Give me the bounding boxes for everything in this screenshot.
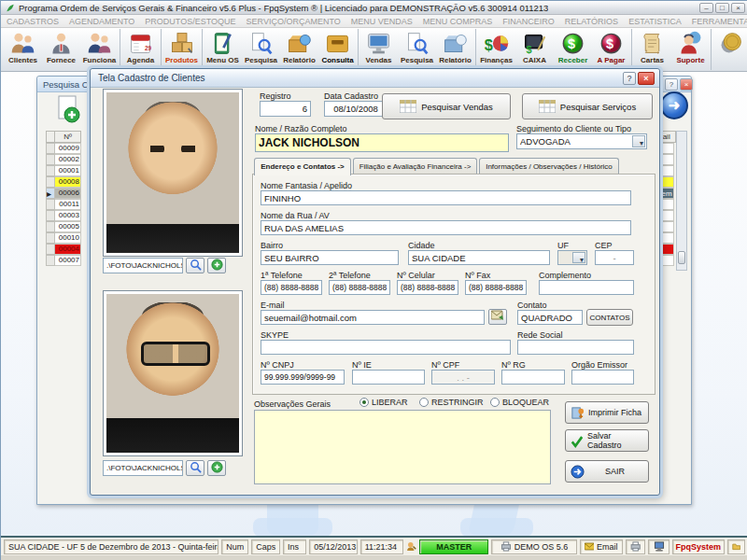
- menu-estatistica[interactable]: ESTATISTICA: [628, 17, 682, 26]
- pesquisar-vendas-button[interactable]: Pesquisar Vendas: [382, 93, 511, 119]
- ie-field[interactable]: [352, 370, 425, 385]
- toolbar-fornecedores[interactable]: Fornece: [42, 29, 80, 70]
- salvar-cadastro-button[interactable]: Salvar Cadastro: [565, 429, 649, 452]
- contatos-button[interactable]: CONTATOS: [586, 309, 633, 326]
- tab-filiacao-financeira[interactable]: Filiação e Avaliação Financeira ->: [353, 158, 477, 175]
- status-printer[interactable]: [626, 539, 645, 554]
- menu-agendamento[interactable]: AGENDAMENTO: [69, 17, 134, 26]
- photo2-zoom-button[interactable]: [186, 460, 204, 476]
- menu-menu-vendas[interactable]: MENU VENDAS: [351, 17, 413, 26]
- toolbar-a-pagar[interactable]: $ A Pagar: [592, 29, 630, 70]
- toolbar-clientes[interactable]: Clientes: [4, 29, 42, 70]
- pesquisar-servicos-button[interactable]: Pesquisar Serviços: [522, 93, 653, 119]
- nome-field[interactable]: JACK NICHOLSON: [255, 133, 509, 152]
- toolbar-cartas[interactable]: Cartas: [633, 29, 671, 70]
- toolbar-agenda[interactable]: 29 Agenda: [121, 29, 160, 70]
- menu-relatorios[interactable]: RELATÓRIOS: [565, 17, 618, 26]
- rede-social-field[interactable]: [517, 340, 634, 355]
- contato-field[interactable]: QUADRADO: [517, 310, 583, 325]
- uf-dropdown[interactable]: [557, 250, 587, 265]
- sair-button[interactable]: SAIR: [565, 460, 649, 483]
- pesquisa-help-button[interactable]: ?: [665, 78, 678, 91]
- bairro-field[interactable]: SEU BAIRRO: [261, 250, 399, 265]
- menu-produtos-estoque[interactable]: PRODUTOS/ESTOQUE: [145, 17, 235, 26]
- photo1-path-field[interactable]: .\FOTO\JACKNICHOLSON1..: [103, 258, 183, 273]
- menu-cadastros[interactable]: CADASTROS: [7, 17, 59, 26]
- grid-row[interactable]: 00001: [46, 165, 81, 176]
- fax-field[interactable]: (88) 8888-8888: [465, 280, 527, 295]
- toolbar-caixa[interactable]: $ CAIXA: [515, 29, 554, 70]
- dialog-close-button[interactable]: ×: [638, 72, 655, 85]
- cidade-field[interactable]: SUA CIDADE: [408, 250, 550, 265]
- pesquisa-close-button[interactable]: ×: [680, 78, 693, 91]
- scrollbar-thumb[interactable]: [678, 251, 685, 264]
- menu-financeiro[interactable]: FINANCEIRO: [502, 17, 555, 26]
- send-email-button[interactable]: [488, 309, 507, 325]
- grid-row[interactable]: 00009: [46, 143, 81, 154]
- grid-row[interactable]: 00010: [46, 232, 81, 244]
- dialog-titlebar[interactable]: Tela Cadastro de Clientes: [91, 69, 659, 88]
- fantasia-field[interactable]: FININHO: [261, 190, 631, 205]
- toolbar-consulta[interactable]: Consulta: [318, 29, 357, 70]
- tel1-field[interactable]: (88) 8888-8888: [261, 280, 322, 295]
- seguimento-dropdown[interactable]: ADVOGADA: [516, 133, 647, 149]
- menu-menu-compras[interactable]: MENU COMPRAS: [423, 17, 493, 26]
- cnpj-field[interactable]: 99.999.999/9999-99: [261, 370, 345, 385]
- cpf-field[interactable]: . . -: [431, 370, 495, 385]
- radio-bloquear[interactable]: BLOQUEAR: [490, 398, 549, 407]
- toolbar-menu-os[interactable]: Menu OS: [204, 29, 242, 70]
- toolbar-moedas[interactable]: [712, 29, 747, 70]
- close-button[interactable]: ×: [731, 3, 745, 13]
- grid-row-highlighted[interactable]: 00008: [46, 176, 81, 188]
- grid-row[interactable]: 00007: [46, 255, 81, 266]
- photo1-load-button[interactable]: [207, 258, 226, 273]
- toolbar-receber[interactable]: $ Receber: [554, 29, 592, 70]
- toolbar-suporte[interactable]: Suporte: [671, 29, 710, 70]
- data-cadastro-field[interactable]: 08/10/2008: [324, 101, 388, 117]
- tel2-field[interactable]: (88) 8888-8888: [329, 280, 390, 295]
- registro-field[interactable]: 6: [260, 101, 311, 117]
- email-field[interactable]: seuemail@hotmail.com: [261, 310, 485, 325]
- toolbar-financas[interactable]: $ Finanças: [477, 29, 515, 70]
- skype-field[interactable]: [261, 340, 511, 355]
- toolbar-pesquisa-os[interactable]: Pesquisa: [242, 29, 280, 70]
- status-monitor[interactable]: [648, 539, 669, 554]
- grid-row[interactable]: 00002: [46, 154, 81, 165]
- toolbar-relatorio-os[interactable]: Relatório: [280, 29, 318, 70]
- rua-field[interactable]: RUA DAS AMELIAS: [261, 220, 631, 235]
- photo2-load-button[interactable]: [207, 460, 226, 476]
- main-titlebar[interactable]: Programa Ordem de Serviços Gerais & Fina…: [1, 1, 747, 15]
- minimize-button[interactable]: –: [699, 3, 713, 13]
- maximize-button[interactable]: □: [715, 3, 729, 13]
- menu-servico-orcamento[interactable]: SERVIÇO/ORÇAMENTO: [247, 17, 341, 26]
- toolbar-produtos[interactable]: Produtos: [162, 29, 201, 70]
- go-search-button[interactable]: ➜: [660, 91, 688, 119]
- orgao-emissor-field[interactable]: [571, 370, 634, 385]
- grid-row[interactable]: 00011: [46, 199, 81, 210]
- add-record-icon[interactable]: [56, 95, 80, 123]
- grid-col-numero[interactable]: Nº: [55, 131, 81, 143]
- toolbar-pesquisa-vendas[interactable]: Pesquisa: [398, 29, 436, 70]
- photo1-zoom-button[interactable]: [186, 258, 204, 273]
- tab-informacoes-historico[interactable]: Informações / Observações / Histórico: [479, 158, 619, 175]
- status-email[interactable]: Email: [580, 539, 623, 554]
- grid-vertical-scrollbar[interactable]: [676, 131, 687, 271]
- tab-endereco-contatos[interactable]: Endereço e Contatos ->: [254, 158, 351, 175]
- grid-row-selected[interactable]: ▸00006: [46, 188, 81, 199]
- toolbar-funcionarios[interactable]: Funciona: [80, 29, 119, 70]
- radio-liberar[interactable]: LIBERAR: [359, 398, 408, 407]
- celular-field[interactable]: (88) 8888-8888: [397, 280, 458, 295]
- menu-ferramentas[interactable]: FERRAMENTAS: [692, 17, 747, 26]
- rg-field[interactable]: [501, 370, 565, 385]
- grid-row[interactable]: 00003: [46, 210, 81, 221]
- photo2-path-field[interactable]: .\FOTO\JACKNICHOLSON2..: [103, 460, 183, 476]
- cep-field[interactable]: -: [595, 250, 634, 265]
- imprimir-ficha-button[interactable]: Imprimir Ficha: [565, 401, 649, 424]
- grid-row[interactable]: 00005: [46, 221, 81, 232]
- dialog-help-button[interactable]: ?: [623, 72, 636, 85]
- status-folder[interactable]: [727, 539, 745, 554]
- complemento-field[interactable]: [539, 280, 634, 295]
- observacoes-textarea[interactable]: [254, 410, 551, 484]
- toolbar-relatorio-vendas[interactable]: Relatório: [436, 29, 474, 70]
- grid-row-blocked[interactable]: 00004: [46, 244, 81, 255]
